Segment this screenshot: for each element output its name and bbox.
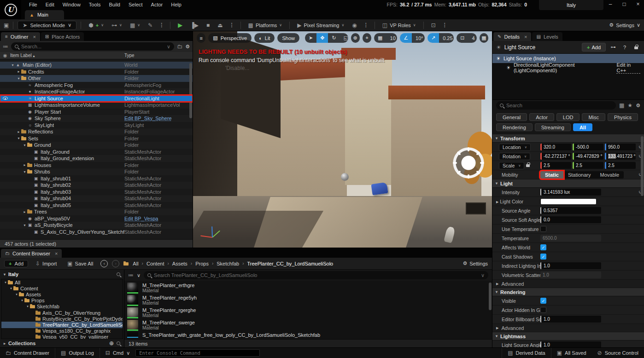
minimize-button[interactable]: – <box>607 1 614 7</box>
details-settings-icon[interactable]: ⚙ <box>636 103 640 109</box>
axis-field[interactable]: -62.272137 ° <box>540 153 571 160</box>
numeric-field[interactable]: 1.0 <box>540 316 601 323</box>
checkbox[interactable]: ✓ <box>540 244 546 250</box>
cb-search-input[interactable]: Search TreePlanter_CC_by_LordSamueliSolo… <box>144 271 488 279</box>
sphere-gizmo[interactable] <box>341 173 349 181</box>
asset-scrollbar[interactable] <box>489 283 492 310</box>
outliner-row[interactable]: ▸CreditsFolder <box>0 69 193 75</box>
outliner-row[interactable]: ▣Italy_shrub04StaticMeshActor <box>0 195 193 202</box>
cb-import-button[interactable]: ⇩Import <box>32 260 60 268</box>
eject-button[interactable]: ⏏ <box>214 21 226 29</box>
streaming-overflow-icon[interactable]: ⋮ <box>362 22 370 28</box>
section-header-transform[interactable]: ▾Transform <box>492 134 644 143</box>
expander-icon[interactable]: ▾ <box>16 76 21 81</box>
outliner-row[interactable]: ▸HousesFolder <box>0 162 193 169</box>
toolbar-settings-dropdown[interactable]: ⚙ Settings ∨ <box>609 22 640 28</box>
content-drawer-button[interactable]: 🗀 Content Drawer <box>0 348 55 358</box>
all-saved-button[interactable]: ▣ All Saved <box>551 348 592 358</box>
lock-icon[interactable] <box>632 45 640 50</box>
menu-build[interactable]: Build <box>105 1 124 8</box>
asset-row[interactable]: M_TreePlanter_rege5yhMaterial <box>127 294 492 306</box>
play-options-icon[interactable]: ⋮ <box>228 22 236 28</box>
filter-lod[interactable]: LOD <box>556 113 580 121</box>
add-collection-icon[interactable]: ⊕ <box>109 340 114 346</box>
checkbox[interactable]: ✓ <box>540 298 546 304</box>
filter-streaming[interactable]: Streaming <box>535 123 571 131</box>
pixel-streaming-dropdown[interactable]: ▶Pixel Streaming∨ <box>294 21 347 29</box>
collections-header[interactable]: Collections <box>8 341 35 346</box>
outliner-row[interactable]: ▾GroundFolder <box>0 142 193 149</box>
filter-all[interactable]: All <box>573 123 592 131</box>
numeric-field[interactable]: 1.0 <box>540 262 601 269</box>
level-viewport[interactable]: ≡ ▧ Perspective ◐ Lit Show ➤ ✥ ↻ <box>193 31 492 248</box>
expander-icon[interactable]: ▾ <box>14 293 19 296</box>
derived-data-button[interactable]: ▤ Derived Data <box>502 348 551 358</box>
outliner-row[interactable]: ▣Italy_shrub02StaticMeshActor <box>0 182 193 189</box>
close-icon[interactable]: × <box>33 34 35 40</box>
checkbox[interactable] <box>540 307 546 313</box>
outliner-row[interactable]: ▾SetsFolder <box>0 135 193 142</box>
outliner-row[interactable]: ▣Italy_shrub01StaticMeshActor <box>0 175 193 182</box>
asset-row[interactable]: M_TreePlanter_rgergheMaterial <box>127 306 492 319</box>
axis-field[interactable]: 2.5 <box>573 162 603 169</box>
close-icon[interactable]: × <box>55 251 58 256</box>
tab-levels[interactable]: ▤ Levels <box>532 32 562 41</box>
tab-main-level[interactable]: ▲ Main <box>25 10 64 19</box>
menu-tools[interactable]: Tools <box>85 1 105 8</box>
expander-icon[interactable]: ▾ <box>22 170 27 174</box>
details-scrollbar[interactable] <box>641 136 644 196</box>
outliner-row[interactable]: ▣Italy_GroundStaticMeshActor <box>0 149 193 156</box>
outliner-row[interactable]: ●InstancedFoliageActorInstancedFoliageAc… <box>0 88 193 95</box>
cb-folder-row[interactable]: ▾Sketchfab <box>1 304 123 310</box>
blueprints-button[interactable]: ⊶∨ <box>108 21 125 29</box>
menu-window[interactable]: Window <box>59 1 85 8</box>
menu-edit[interactable]: Edit <box>41 1 59 8</box>
axis-field[interactable]: 2.5 <box>540 162 571 169</box>
section-header-light[interactable]: ▾Light <box>492 179 644 188</box>
expander-icon[interactable]: ▾ <box>9 287 13 290</box>
cb-folder-row[interactable]: ▾All <box>1 279 123 285</box>
platforms-dropdown[interactable]: ▩Platforms∨ <box>245 21 286 29</box>
expander-icon[interactable]: ▾ <box>3 281 8 284</box>
cb-save-all-button[interactable]: ▣Save All <box>64 260 96 268</box>
outliner-settings-icon[interactable]: ⚙ <box>185 44 190 50</box>
rotation-snap-icon[interactable]: ∠ <box>400 33 412 43</box>
surface-snap-button[interactable]: ⌖ <box>363 33 371 43</box>
add-component-button[interactable]: + Add <box>582 43 606 52</box>
rotation-snap-value[interactable]: 10° <box>412 33 425 43</box>
tab-details[interactable]: ✎ Details × <box>493 32 531 41</box>
breadcrumb-assets[interactable]: Assets <box>172 261 187 266</box>
cmd-dropdown[interactable]: ⊟ Cmd ∨ <box>100 348 135 358</box>
source-control-button[interactable]: ⊘ Source Control <box>592 348 644 358</box>
outliner-row[interactable]: ◉Player StartPlayerStart <box>0 109 193 115</box>
menu-help[interactable]: Help <box>167 1 186 8</box>
outliner-row[interactable]: ▣Italy_Ground_extensionStaticMeshActor <box>0 155 193 162</box>
stop-button[interactable]: ■ <box>203 21 213 29</box>
expander-icon[interactable]: ▾ <box>20 299 24 302</box>
vp-roles-dropdown[interactable]: ◫VP Roles∨ <box>379 21 419 29</box>
cinematics-button[interactable]: ▦∨ <box>127 21 143 29</box>
perspective-dropdown[interactable]: ▧ Perspective <box>208 33 252 43</box>
select-tool-button[interactable]: ➤ <box>305 33 316 43</box>
asset-row[interactable]: M_TreePlanter_erthgreMaterial <box>127 282 492 294</box>
advanced-row[interactable]: ▸Advanced <box>492 324 644 332</box>
favorites-icon[interactable]: ★ <box>627 102 632 109</box>
axis-field[interactable]: 2.5 <box>605 162 636 169</box>
search-icon[interactable] <box>117 272 120 276</box>
outliner-row[interactable]: ▾ShrubsFolder <box>0 168 193 175</box>
actor-type-link[interactable]: Edit BP_Vespa <box>124 216 193 221</box>
asset-row[interactable]: M_TreePlanter_swergeMaterial <box>127 319 492 331</box>
lock-icon[interactable] <box>526 164 530 167</box>
blueprint-icon[interactable]: ⊶ <box>609 44 617 50</box>
outliner-row[interactable]: ◉aBP_Vespa50VEdit BP_Vespa <box>0 215 193 222</box>
editor-modes-button[interactable]: ✎ <box>145 21 156 29</box>
tab-place-actors[interactable]: ⊞ Place Actors <box>41 32 84 41</box>
collapse-icon[interactable]: ▾ <box>4 272 6 277</box>
multi-user-button[interactable]: ◉ <box>349 21 360 29</box>
filter-general[interactable]: General <box>496 113 527 121</box>
cb-folder-row[interactable]: Vespa_v50_CC_by_yailjinser <box>1 334 123 339</box>
outliner-row[interactable]: ▾▣aS_RustyBicycleStaticMeshActor <box>0 222 193 229</box>
outliner-row[interactable]: ▣Italy_shrub05StaticMeshActor <box>0 202 193 209</box>
visibility-toggle[interactable] <box>0 97 10 100</box>
vespa-mesh[interactable] <box>371 182 388 195</box>
